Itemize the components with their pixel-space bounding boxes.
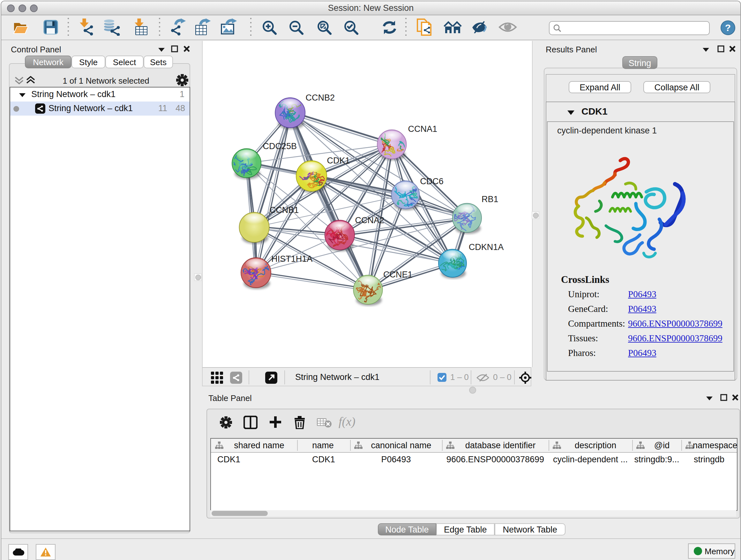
svg-text:HIST1H1A: HIST1H1A bbox=[271, 254, 313, 264]
svg-text:CDC6: CDC6 bbox=[420, 177, 444, 186]
svg-text:RB1: RB1 bbox=[482, 194, 498, 204]
svg-text:CCNB1: CCNB1 bbox=[270, 205, 299, 215]
svg-text:CDK1: CDK1 bbox=[327, 156, 350, 165]
svg-text:CDKN1A: CDKN1A bbox=[469, 242, 504, 252]
svg-text:CCNE1: CCNE1 bbox=[383, 270, 413, 279]
svg-text:CCNA2: CCNA2 bbox=[355, 215, 385, 225]
svg-text:CDC25B: CDC25B bbox=[263, 141, 297, 151]
svg-text:CCNB2: CCNB2 bbox=[306, 93, 335, 103]
svg-text:CCNA1: CCNA1 bbox=[408, 124, 437, 134]
svg-text:?: ? bbox=[725, 22, 731, 33]
